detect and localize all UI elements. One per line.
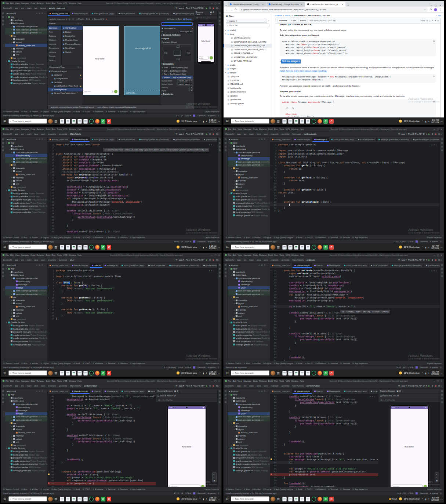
project-tree-item[interactable]: build.gradle.ktsProject: GeminiAI: [228, 324, 270, 327]
project-view-selector[interactable]: ▾ Android: [7, 264, 16, 266]
toolwindow-run[interactable]: Run: [244, 488, 250, 490]
project-tree-item[interactable]: ▾kotlin+java: [5, 399, 47, 403]
firefox-icon[interactable]: [318, 497, 322, 501]
toolwindow-layout-inspector[interactable]: Layout Inspector: [427, 362, 442, 365]
palette-item[interactable]: ▣RecyclerView: [62, 38, 83, 42]
editor-tab[interactable]: activity_main.xml: [48, 389, 70, 394]
tool-stripe-icon[interactable]: [225, 146, 226, 148]
excel-icon[interactable]: [72, 245, 76, 250]
device-selector[interactable]: Pixel 8 Pro API 34 ▾: [186, 7, 204, 9]
breadcrumb-item[interactable]: src: [243, 385, 246, 387]
doc-icon[interactable]: [306, 119, 310, 124]
project-tree-item[interactable]: build.gradle.ktsModule :app: [5, 66, 47, 69]
project-tree-item[interactable]: ▸drawable: [5, 425, 47, 428]
project-tree-item[interactable]: ▾Gradle Scripts: [228, 321, 270, 324]
editor-tab[interactable]: settings.gradle.kts (GeminiAI): [137, 137, 171, 142]
project-tree-item[interactable]: gradle-wrapper.propertiesGradle Version: [228, 463, 270, 466]
breadcrumb-item[interactable]: GeminiAI: [225, 385, 234, 387]
red-app-icon[interactable]: C: [107, 245, 111, 250]
indent-setting[interactable]: 4 spaces: [208, 492, 215, 494]
line-separator[interactable]: CRLF: [400, 240, 406, 243]
editor-tab[interactable]: MainActivity.kt: [293, 137, 312, 142]
project-tree-item[interactable]: build.gradle.ktsProject: GeminiAI: [228, 195, 270, 198]
project-tree-item[interactable]: proguard-rules.proProGuard Rules for ":a…: [5, 69, 47, 72]
breadcrumb-item[interactable]: app: [237, 259, 241, 261]
editor-tab[interactable]: gradle-wrapper.properties: [171, 137, 202, 142]
excel-icon[interactable]: [72, 119, 76, 124]
caret-position[interactable]: 5:11 (4 chars): [164, 366, 176, 369]
menu-tools[interactable]: Tools: [279, 380, 284, 382]
project-tree-item[interactable]: build.gradle.ktsProject: GeminiAI: [5, 63, 47, 66]
tool-stripe-icon[interactable]: [2, 142, 4, 144]
go-to-file-input[interactable]: ⌕Go to file: [226, 23, 269, 27]
project-tree-item[interactable]: build.gradle.ktsModule :app: [228, 198, 270, 202]
clock[interactable]: 2:11 AM3/7/2024: [431, 119, 439, 123]
breadcrumb-item[interactable]: MainActivity: [292, 385, 304, 387]
emulator-zoom-controls[interactable]: +−▣: [212, 472, 217, 482]
menu-vcs[interactable]: VCS: [286, 380, 290, 382]
breadcrumb-item[interactable]: java: [35, 133, 39, 135]
green-app-icon[interactable]: C: [323, 119, 328, 124]
editor-tab[interactable]: MainActivity.kt: [70, 389, 90, 394]
project-tree-item[interactable]: User: [5, 286, 47, 290]
tray-chevron-icon[interactable]: ⌃: [421, 246, 423, 249]
editor-tab[interactable]: gradle-wrapper.properties: [424, 263, 440, 268]
project-tree-item[interactable]: ▾Gradle Scripts: [5, 189, 47, 192]
project-tree-item[interactable]: ▸values: [228, 437, 270, 440]
url-bar[interactable]: ⊜github.com/stfalcon-studio/ChatKit/blob…: [239, 7, 428, 12]
device-selector[interactable]: Pixel 8 Pro API 34 ▾: [186, 385, 204, 387]
tool-stripe-icon[interactable]: [2, 12, 4, 14]
project-tree-item[interactable]: ▸values: [228, 311, 270, 315]
project-tree-item[interactable]: ▾layout: [228, 302, 270, 305]
tool-stripe-icon[interactable]: [2, 16, 4, 18]
clock[interactable]: 2:52 AM3/7/2024: [431, 371, 439, 375]
editor-tab[interactable]: MainActivity.kt: [293, 263, 312, 268]
notification-center-icon[interactable]: ▭: [218, 120, 220, 123]
repo-file-item[interactable]: ▤LICENSE: [224, 79, 272, 83]
project-tree-item[interactable]: ▸com.example.geminiaitest: [228, 418, 270, 422]
project-tree-item[interactable]: settings.gradle.ktsProject Settings: [228, 469, 270, 472]
component-tree-icons[interactable]: ⚙ ─: [77, 66, 81, 68]
notepad-icon[interactable]: [288, 497, 293, 501]
breadcrumb-item[interactable]: app: [15, 259, 18, 261]
code-editor[interactable]: 42 sendBtn.setOnClickListener { it: View…: [270, 394, 378, 487]
tray-chevron-icon[interactable]: ⌃: [421, 120, 423, 123]
win-close-button[interactable]: ✕: [218, 254, 220, 256]
project-tree-item[interactable]: build.gradle.ktsModule :app: [5, 327, 47, 330]
firefox-icon[interactable]: [318, 119, 322, 124]
toolwindow-app-quality-insights[interactable]: App Quality Insights: [274, 488, 293, 490]
project-tree-item[interactable]: ▸com.example.geminiaitest: [5, 160, 47, 164]
run-config-selector[interactable]: app ▾: [179, 385, 184, 387]
editor-tab[interactable]: settings.gradle.kts (GeminiAI): [390, 263, 424, 268]
breadcrumb-item[interactable]: performAction: [84, 385, 97, 387]
breadcrumb-item[interactable]: getCreatedAt: [304, 133, 316, 135]
red-app-icon[interactable]: C: [107, 497, 111, 501]
menu-navigate[interactable]: Navigate: [243, 254, 251, 256]
task-view-icon[interactable]: ▥: [54, 371, 58, 375]
phone-message-input[interactable]: Type here...: [392, 485, 423, 487]
project-tree-item[interactable]: proguard-rules.proProGuard Rules for ":a…: [5, 456, 47, 460]
palette-item[interactable]: ▣ImageView: [62, 34, 83, 38]
declared-attributes-section[interactable]: ▸ Declared Attributes+ −: [162, 33, 193, 37]
tool-stripe-icon[interactable]: [441, 138, 443, 140]
blob-breadcrumb-link[interactable]: ChatKit: [275, 14, 282, 17]
notepad-icon[interactable]: [66, 119, 70, 124]
tree-toolbar-icons[interactable]: ⊙ ⧉ ⚙ ─: [36, 390, 46, 392]
toolwindow-run[interactable]: Run: [21, 362, 27, 365]
outline-icon[interactable]: ≡: [438, 19, 439, 22]
palette-category-common[interactable]: Common: [48, 26, 61, 30]
menu-file[interactable]: File: [228, 380, 231, 382]
running-devices-icons[interactable]: ▣ ⚙ ─: [397, 390, 403, 392]
build-hammer-icon[interactable]: ⚒: [175, 7, 177, 9]
running-devices-icons[interactable]: ▣ ⚙ ─: [210, 11, 216, 15]
toolwindow-problems[interactable]: Problems: [315, 362, 326, 365]
phone-send-button[interactable]: [424, 485, 427, 487]
menu-run[interactable]: Run: [274, 380, 278, 382]
project-tree-item[interactable]: local.propertiesSDK Location: [228, 340, 270, 343]
run-button[interactable]: ▶: [206, 385, 207, 387]
project-tree-item[interactable]: proguard-rules.proProGuard Rules for ":a…: [5, 330, 47, 334]
toolwindow-layout-inspector[interactable]: Layout Inspector: [205, 236, 219, 239]
project-tree-item[interactable]: local.propertiesSDK Location: [228, 466, 270, 469]
toolwindow-app-quality-insights[interactable]: App Quality Insights: [51, 110, 71, 113]
phone-message-input[interactable]: Type here...: [169, 485, 200, 487]
